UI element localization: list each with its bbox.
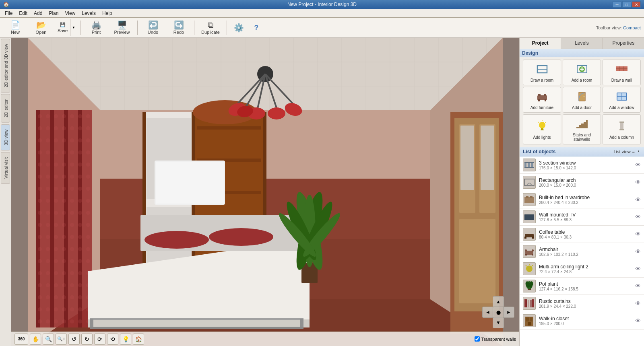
svg-line-130: [532, 265, 533, 266]
visibility-toggle[interactable]: 👁: [635, 283, 641, 289]
view-360-button[interactable]: 360: [14, 334, 28, 345]
svg-point-128: [526, 266, 533, 272]
tab-virtual-visit[interactable]: Virtual visit: [1, 152, 10, 184]
zoom-out-button[interactable]: 🔍: [43, 334, 54, 345]
add-column-button[interactable]: Add a column: [603, 114, 641, 144]
list-item[interactable]: Multi-arm ceiling light 2 72.4 × 72.4 × …: [520, 260, 644, 278]
add-lights-button[interactable]: Add lights: [523, 114, 561, 144]
menu-levels[interactable]: Levels: [78, 10, 99, 17]
stairs-button[interactable]: Stairs and stairwells: [563, 114, 601, 144]
list-view-button[interactable]: List view ≡ ⋮: [613, 149, 641, 154]
toolbar-view-compact-link[interactable]: Compact: [623, 25, 641, 30]
svg-rect-121: [524, 237, 526, 239]
panel-tabs: Project Levels Properties: [520, 38, 644, 49]
rotate-left-button[interactable]: ↺: [68, 334, 80, 345]
visibility-toggle[interactable]: 👁: [635, 179, 641, 185]
tab-3d[interactable]: 3D view: [1, 124, 10, 150]
menu-file[interactable]: File: [2, 10, 16, 17]
menu-plan[interactable]: Plan: [45, 10, 62, 17]
visibility-toggle[interactable]: 👁: [635, 300, 641, 307]
maximize-button[interactable]: □: [622, 1, 631, 8]
home-button[interactable]: 🏠: [133, 334, 144, 345]
svg-rect-38: [156, 162, 224, 204]
draw-wall-icon: [615, 62, 628, 77]
tab-2d[interactable]: 2D editor: [1, 94, 10, 123]
visibility-toggle[interactable]: 👁: [635, 231, 641, 237]
tab-project[interactable]: Project: [520, 38, 561, 49]
menu-add[interactable]: Add: [31, 10, 45, 17]
svg-marker-40: [88, 319, 310, 327]
tab-properties[interactable]: Properties: [603, 38, 644, 49]
add-door-button[interactable]: Add a door: [563, 87, 601, 113]
save-button-split[interactable]: 💾 Save ▼: [55, 19, 77, 37]
new-button[interactable]: 📄 New: [3, 19, 27, 37]
svg-rect-136: [524, 299, 527, 307]
add-lights-icon: [536, 119, 549, 134]
list-item[interactable]: 3 section window 176.0 × 15.0 × 142.0 👁: [520, 157, 644, 174]
add-furniture-icon: [536, 90, 549, 104]
zoom-in-button[interactable]: 🔍+: [56, 334, 67, 345]
add-window-button[interactable]: Add a window: [603, 87, 641, 113]
add-room-button[interactable]: Add a room: [563, 60, 601, 85]
pan-button[interactable]: ✋: [30, 334, 41, 345]
save-dropdown-arrow[interactable]: ▼: [70, 19, 77, 36]
nav-center-button[interactable]: ⬤: [493, 307, 504, 318]
viewport-toolbar: 360 ✋ 🔍 🔍+ ↺ ↻ ⟳ ⟲ 💡 🏠 Transparent walls: [11, 332, 519, 346]
menu-help[interactable]: Help: [99, 10, 116, 17]
svg-rect-137: [532, 299, 534, 307]
object-thumbnail: [523, 297, 536, 310]
tilt-forward-button[interactable]: ⟲: [107, 334, 118, 345]
menu-view[interactable]: View: [62, 10, 78, 17]
viewport[interactable]: 360 ✋ 🔍 🔍+ ↺ ↻ ⟳ ⟲ 💡 🏠 Transparent walls…: [11, 38, 519, 346]
list-item[interactable]: Pot plant 127.4 × 116.2 × 158.5 👁: [520, 278, 644, 295]
list-item[interactable]: Walk-in closet 195.0 × 200.0 👁: [520, 312, 644, 330]
draw-room-button[interactable]: Draw a room: [523, 60, 561, 85]
svg-rect-106: [619, 122, 624, 123]
undo-button[interactable]: ↩️ Undo: [141, 19, 165, 37]
nav-right-button[interactable]: ►: [503, 307, 514, 318]
duplicate-button[interactable]: ⧉ Duplicate: [198, 19, 223, 37]
right-panel: Project Levels Properties Design Draw a …: [519, 38, 644, 346]
help-button[interactable]: ?: [249, 19, 264, 37]
settings-button[interactable]: ⚙️: [230, 19, 248, 37]
nav-left-button[interactable]: ◄: [482, 307, 493, 318]
list-item[interactable]: Armchair 102.6 × 103.2 × 110.2 👁: [520, 243, 644, 260]
tilt-back-button[interactable]: ⟳: [94, 334, 105, 345]
svg-rect-102: [579, 125, 581, 128]
svg-point-91: [583, 96, 584, 97]
nav-down-button[interactable]: ▼: [493, 317, 504, 328]
minimize-button[interactable]: ─: [613, 1, 621, 8]
design-section: Design Draw a room Add a room: [520, 49, 644, 147]
light-button[interactable]: 💡: [120, 334, 131, 345]
visibility-toggle[interactable]: 👁: [635, 317, 641, 324]
visibility-toggle[interactable]: 👁: [635, 196, 641, 203]
svg-rect-88: [538, 99, 540, 101]
list-item[interactable]: Rectangular arch 200.0 × 15.0 × 200.0 👁: [520, 174, 644, 191]
tab-2d-3d[interactable]: 2D editor and 3D view: [1, 39, 10, 93]
list-item[interactable]: Built-in bed in wardrobe 280.4 × 240.4 ×…: [520, 191, 644, 208]
rotate-right-button[interactable]: ↻: [81, 334, 93, 345]
menu-edit[interactable]: Edit: [16, 10, 31, 17]
close-button[interactable]: ✕: [632, 1, 641, 8]
nav-up-button[interactable]: ▲: [493, 296, 504, 307]
design-title: Design: [520, 49, 644, 57]
add-room-icon: [576, 62, 588, 77]
transparent-walls-checkbox[interactable]: [475, 336, 480, 342]
objects-list[interactable]: 3 section window 176.0 × 15.0 × 142.0 👁 …: [520, 157, 644, 346]
list-item[interactable]: Coffee table 80.4 × 80.1 × 30.3 👁: [520, 226, 644, 243]
redo-button[interactable]: ↪️ Redo: [167, 19, 191, 37]
list-item[interactable]: Rustic curtains 201.9 × 24.4 × 222.0 👁: [520, 295, 644, 312]
print-button[interactable]: 🖨️ Print: [84, 19, 108, 37]
add-furniture-button[interactable]: Add furniture: [523, 87, 561, 113]
visibility-toggle[interactable]: 👁: [635, 266, 641, 272]
visibility-toggle[interactable]: 👁: [635, 248, 641, 255]
object-thumbnail: [523, 176, 536, 189]
tab-levels[interactable]: Levels: [561, 38, 603, 49]
visibility-toggle[interactable]: 👁: [635, 214, 641, 220]
object-thumbnail: [523, 210, 536, 223]
open-button[interactable]: 📂 Open: [29, 19, 53, 37]
preview-button[interactable]: 🖥️ Preview: [110, 19, 134, 37]
list-item[interactable]: Wall mounted TV 127.8 × 5.5 × 89.3 👁: [520, 208, 644, 226]
visibility-toggle[interactable]: 👁: [635, 162, 641, 168]
draw-wall-button[interactable]: Draw a wall: [603, 60, 641, 85]
